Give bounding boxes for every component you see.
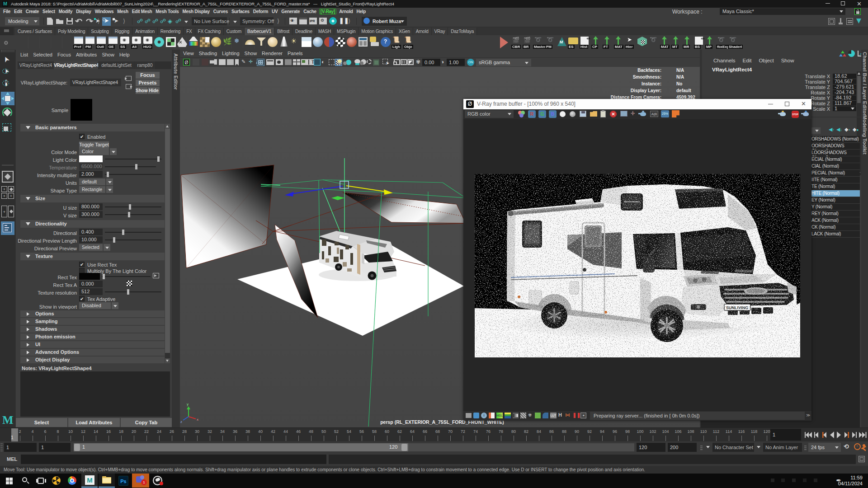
svg-text:z: z: [180, 420, 182, 424]
svg-text:y: y: [187, 402, 189, 406]
svg-text:x: x: [197, 418, 198, 422]
